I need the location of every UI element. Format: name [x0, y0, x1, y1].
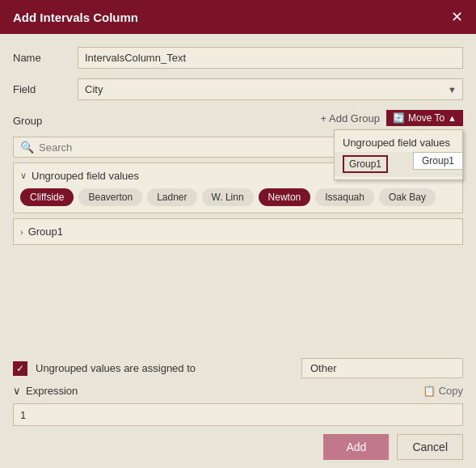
move-to-label: Move To	[408, 112, 444, 124]
field-row: Field ▼	[13, 78, 463, 100]
tag-cliffside[interactable]: Cliffside	[20, 188, 74, 206]
group1-title: Group1	[28, 226, 63, 238]
group1-section: › Group1	[13, 218, 463, 245]
dialog-title: Add Intervals Column	[13, 11, 138, 24]
dialog-body: Name Field ▼ Group + Add Group 🔄 Move To	[0, 34, 476, 358]
search-icon: 🔍	[20, 141, 34, 154]
tag-ladner[interactable]: Ladner	[147, 188, 196, 206]
tag-newton[interactable]: Newton	[259, 188, 311, 206]
add-group-button[interactable]: + Add Group	[321, 112, 380, 124]
cancel-button[interactable]: Cancel	[397, 434, 463, 460]
move-to-arrow-icon: ▲	[448, 113, 457, 123]
ungrouped-chevron-icon: ∨	[20, 171, 27, 181]
field-label: Field	[13, 83, 78, 95]
ungrouped-checkbox[interactable]: ✓	[13, 361, 27, 376]
field-input[interactable]	[78, 78, 463, 100]
tag-issaquah[interactable]: Issaquah	[315, 188, 374, 206]
checkmark-icon: ✓	[16, 363, 24, 374]
add-intervals-dialog: Add Intervals Column ✕ Name Field ▼ Grou…	[0, 0, 476, 468]
field-select-wrapper: ▼	[78, 78, 463, 100]
tooltip-label: Group1	[422, 155, 454, 167]
ungrouped-values-row: ✓ Ungrouped values are assigned to Other	[13, 358, 463, 378]
tags-row: Cliffside Beaverton Ladner W. Linn Newto…	[20, 188, 456, 206]
group-row: Group + Add Group 🔄 Move To ▲ Ungrouped …	[13, 110, 463, 127]
close-button[interactable]: ✕	[451, 10, 463, 24]
expression-chevron-icon: ∨	[13, 385, 21, 397]
name-input[interactable]	[78, 47, 463, 69]
add-button[interactable]: Add	[323, 434, 389, 460]
name-row: Name	[13, 47, 463, 69]
tag-beaverton[interactable]: Beaverton	[78, 188, 142, 206]
name-label: Name	[13, 52, 78, 64]
copy-button[interactable]: 📋 Copy	[423, 385, 463, 397]
move-to-button[interactable]: 🔄 Move To ▲	[386, 110, 463, 126]
group1-header[interactable]: › Group1	[20, 226, 456, 238]
tag-wlinn[interactable]: W. Linn	[202, 188, 254, 206]
ungrouped-value-field: Other	[301, 358, 463, 378]
dropdown-item-ungrouped[interactable]: Ungrouped field values	[335, 133, 462, 152]
ungrouped-section-title: Ungrouped field values	[32, 170, 139, 182]
ungrouped-values-label: Ungrouped values are assigned to	[36, 362, 196, 374]
move-to-icon: 🔄	[393, 112, 405, 124]
tag-oakbay[interactable]: Oak Bay	[379, 188, 436, 206]
expression-input[interactable]	[13, 403, 463, 426]
expression-row: ∨ Expression 📋 Copy	[13, 385, 463, 397]
group1-highlight: Group1	[343, 155, 388, 173]
group-toolbar: + Add Group 🔄 Move To ▲	[78, 110, 463, 126]
group1-tooltip: Group1	[413, 152, 463, 170]
group-right: + Add Group 🔄 Move To ▲ Ungrouped field …	[78, 110, 463, 126]
bottom-section: ✓ Ungrouped values are assigned to Other…	[0, 358, 476, 426]
expression-label-text: Expression	[26, 385, 78, 397]
group1-chevron-icon: ›	[20, 227, 23, 237]
dialog-header: Add Intervals Column ✕	[0, 0, 476, 34]
dialog-footer: Add Cancel	[0, 426, 476, 468]
expression-section-header[interactable]: ∨ Expression	[13, 385, 78, 397]
group-label: Group	[13, 110, 78, 127]
